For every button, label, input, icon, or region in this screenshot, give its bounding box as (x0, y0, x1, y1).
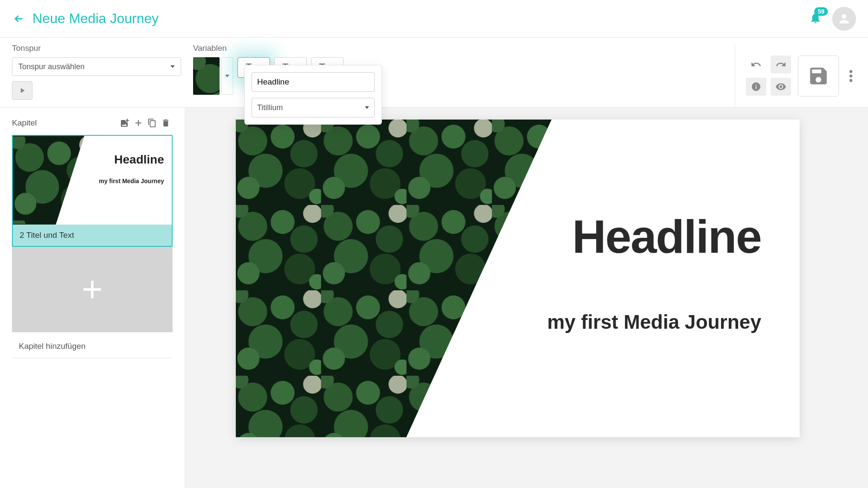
canvas-image (236, 120, 551, 437)
play-icon (18, 86, 26, 95)
right-tools (735, 44, 856, 107)
save-button[interactable] (798, 56, 839, 96)
svg-rect-10 (193, 57, 220, 95)
info-icon (751, 82, 761, 92)
canvas-subtitle[interactable]: my first Media Journey (547, 310, 761, 333)
svg-point-11 (850, 70, 853, 73)
svg-point-12 (850, 75, 853, 78)
main-area: Kapitel Headline my first Media (0, 108, 868, 488)
chevron-down-icon (170, 65, 175, 68)
add-image-button[interactable] (118, 116, 132, 130)
copy-icon (147, 118, 157, 128)
tonspur-section: Tonspur Tonspur auswählen (12, 44, 185, 107)
slide-thumb-headline: Headline (84, 153, 164, 167)
more-vert-icon (849, 70, 853, 82)
variablen-label: Variablen (193, 44, 735, 53)
slide-thumbnail-active[interactable]: Headline my first Media Journey 2 Titel … (12, 135, 173, 247)
text-variable-popover: Titillium (244, 65, 382, 125)
info-button[interactable] (746, 78, 766, 96)
kapitel-label: Kapitel (12, 118, 118, 128)
add-button[interactable] (132, 116, 145, 130)
variablen-section: Variablen TT TT TT (185, 44, 735, 107)
undo-button[interactable] (746, 56, 766, 73)
more-options-button[interactable] (846, 56, 856, 96)
font-select-value: Titillium (257, 103, 283, 112)
svg-point-13 (850, 79, 853, 82)
redo-button[interactable] (771, 56, 791, 73)
trash-icon (161, 118, 170, 128)
tonspur-select-value: Tonspur auswählen (18, 62, 85, 71)
back-button[interactable] (12, 12, 26, 26)
chevron-down-icon (225, 75, 229, 77)
add-image-icon (120, 118, 130, 128)
canvas-area: Headline my first Media Journey (185, 108, 868, 488)
headline-input[interactable] (252, 72, 375, 92)
preview-button[interactable] (771, 78, 791, 96)
page-title: Neue Media Journey (32, 11, 158, 26)
add-slide-button[interactable] (12, 247, 173, 332)
slide-caption: 2 Titel und Text (13, 225, 172, 246)
notifications-button[interactable]: 59 (809, 12, 822, 26)
chevron-down-icon (365, 106, 369, 109)
app-header: Neue Media Journey 59 (0, 0, 868, 38)
play-button[interactable] (12, 81, 32, 100)
user-avatar[interactable] (832, 7, 856, 31)
slide-canvas[interactable]: Headline my first Media Journey (236, 120, 800, 437)
slide-thumb-subtitle: my first Media Journey (84, 178, 164, 184)
font-select[interactable]: Titillium (252, 98, 375, 117)
eye-icon (775, 81, 786, 92)
toolbar: Tonspur Tonspur auswählen Variablen TT (0, 38, 868, 108)
canvas-headline[interactable]: Headline (547, 209, 761, 263)
plus-icon (77, 275, 107, 304)
notification-badge: 59 (814, 7, 828, 16)
tonspur-label: Tonspur (12, 44, 185, 53)
image-variable-thumb[interactable] (193, 57, 220, 95)
person-icon (837, 12, 851, 26)
add-chapter-button[interactable]: Kapitel hinzufügen (12, 332, 173, 358)
chapters-sidebar: Kapitel Headline my first Media (0, 108, 185, 488)
save-icon (807, 65, 830, 87)
tonspur-select[interactable]: Tonspur auswählen (12, 57, 181, 76)
plus-icon (133, 118, 144, 128)
redo-icon (775, 59, 786, 70)
svg-rect-15 (236, 120, 551, 437)
undo-icon (751, 59, 762, 70)
duplicate-button[interactable] (145, 116, 159, 130)
image-variable-dropdown[interactable] (221, 57, 233, 95)
svg-rect-14 (13, 137, 84, 224)
delete-button[interactable] (159, 116, 173, 130)
